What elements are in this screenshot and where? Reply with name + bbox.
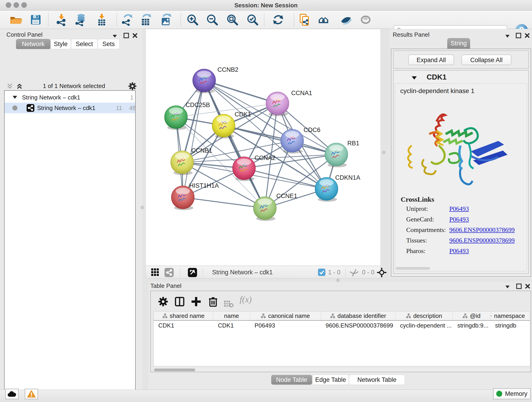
panel-menu-icon[interactable] — [504, 283, 511, 290]
delete-column-icon[interactable] — [208, 295, 219, 308]
first-neighbors-icon[interactable]: ⌂⌂ — [318, 13, 334, 26]
column-header-description[interactable]: description — [395, 312, 453, 320]
equation-fx-icon[interactable]: f(x) — [240, 294, 252, 307]
crosslink-label: Uniprot: — [406, 205, 428, 212]
network-edge[interactable] — [183, 80, 204, 197]
zoom-fit-icon[interactable] — [226, 13, 239, 26]
column-type-icon — [406, 313, 411, 318]
network-node-HIST1H1A[interactable]: HIST1H1A — [171, 182, 219, 210]
column-header-canonical-name[interactable]: canonical name — [250, 312, 321, 320]
network-label: String Network – cdk1 — [37, 104, 95, 112]
open-session-icon[interactable] — [9, 13, 22, 26]
column-header-database-identifier[interactable]: database identifier — [321, 312, 395, 320]
show-all-icon[interactable] — [359, 13, 372, 26]
expand-all-button[interactable]: Expand All — [408, 55, 454, 65]
section-expander-icon[interactable] — [411, 75, 418, 81]
warning-button[interactable] — [25, 389, 38, 399]
tree-expander-icon[interactable] — [12, 95, 18, 100]
table-gear-icon[interactable] — [158, 295, 169, 308]
add-column-icon[interactable] — [191, 295, 202, 308]
crosslink-pharos-link[interactable]: P06493 — [449, 247, 469, 255]
network-canvas[interactable]: CCNB2CCNA1CDC25BCDK1CDC6RB1CCNB1CCNA2CDK… — [146, 29, 381, 266]
zoom-in-icon[interactable] — [186, 13, 199, 26]
export-network-icon[interactable] — [120, 13, 133, 26]
crosslink-tissues-link[interactable]: 9606.ENSP00000378699 — [449, 237, 515, 244]
import-database-icon[interactable] — [74, 13, 87, 26]
network-node-CDKN1A[interactable]: CDKN1A — [315, 174, 360, 202]
tab-network[interactable]: Network — [16, 39, 51, 49]
clipboard-network-icon[interactable] — [298, 13, 311, 26]
crosslink-label: Compartments: — [406, 226, 446, 234]
column-header-namespace[interactable]: namespace — [491, 312, 525, 320]
tab-string[interactable]: String — [447, 38, 470, 49]
network-node-CDK1[interactable]: CDK1 — [212, 111, 251, 138]
tab-node-table[interactable]: Node Table — [271, 375, 312, 385]
crosslink-compartments-link[interactable]: 9606.ENSP00000378699 — [449, 226, 515, 234]
selected-checkbox-icon[interactable] — [318, 269, 325, 276]
string-network-graph[interactable]: CCNB2CCNA1CDC25BCDK1CDC6RB1CCNB1CCNA2CDK… — [146, 29, 381, 266]
import-table-icon[interactable] — [95, 13, 108, 26]
panel-close-icon[interactable] — [132, 32, 138, 39]
network-node-CDC6[interactable]: CDC6 — [281, 127, 321, 153]
zoom-selected-icon[interactable] — [246, 13, 259, 26]
collection-label: String Network – cdk1 — [22, 94, 80, 101]
panel-float-icon[interactable] — [515, 32, 522, 39]
zoom-out-icon[interactable] — [206, 13, 219, 26]
birds-eye-view-icon[interactable] — [151, 268, 159, 277]
collapse-all-button[interactable]: Collapse All — [462, 55, 511, 65]
save-session-icon[interactable] — [29, 13, 42, 26]
panel-float-icon[interactable] — [123, 32, 130, 39]
tab-edge-table[interactable]: Edge Table — [312, 375, 349, 385]
network-edge[interactable] — [183, 197, 265, 208]
open-in-window-icon[interactable] — [188, 268, 197, 277]
network-view-toolbar: String Network – cdk1 1 - 0 0 - 0 — [146, 266, 381, 279]
import-network-icon[interactable] — [55, 13, 68, 26]
panel-menu-icon[interactable] — [111, 32, 118, 39]
network-collection-row[interactable]: String Network – cdk1 1 — [5, 92, 135, 103]
cloud-button[interactable] — [5, 389, 19, 399]
selected-counts: 1 - 0 — [328, 269, 341, 276]
export-table-icon[interactable] — [139, 13, 152, 26]
cell-database-identifier: 9606.ENSP00000378699 — [321, 321, 395, 331]
gear-icon[interactable] — [128, 82, 137, 91]
network-node-CCNE1[interactable]: CCNE1 — [253, 192, 298, 221]
network-node-RB1[interactable]: RB1 — [325, 140, 360, 167]
memory-button[interactable]: Memory — [493, 388, 531, 399]
fit-selected-crosshair-icon[interactable] — [377, 268, 387, 278]
bottom-splitter-handle[interactable] — [336, 279, 340, 282]
column-header-id[interactable]: @id — [453, 312, 491, 320]
right-splitter-handle[interactable] — [382, 151, 385, 154]
delete-table-icon[interactable] — [224, 298, 234, 310]
cell-description: cyclin-dependent ... — [395, 321, 453, 331]
toolbar-separator — [294, 13, 294, 26]
tab-network-table[interactable]: Network Table — [349, 375, 405, 385]
expand-all-chevron-icon[interactable] — [16, 83, 23, 90]
table-hscrollbar[interactable] — [153, 368, 530, 372]
crosslink-genecard-link[interactable]: P06493 — [449, 216, 469, 223]
column-header-name[interactable]: name — [213, 312, 250, 320]
left-splitter-handle[interactable] — [141, 206, 144, 209]
node-count: 11 — [116, 104, 122, 112]
hide-selected-icon[interactable] — [340, 13, 352, 26]
tab-style[interactable]: Style — [51, 39, 71, 49]
table-hscrollbar-thumb[interactable] — [154, 369, 195, 371]
network-node-CCNA1[interactable]: CCNA1 — [266, 89, 312, 116]
tab-sets[interactable]: Sets — [98, 39, 120, 49]
network-row-selected[interactable]: String Network – cdk1 11 48 — [5, 103, 135, 113]
panel-float-icon[interactable] — [515, 283, 522, 290]
panel-menu-icon[interactable] — [504, 32, 511, 39]
apply-layout-icon[interactable] — [272, 13, 285, 26]
gene-section: CDK1 cyclin-dependent kinase 1 — [393, 70, 529, 274]
panel-close-icon[interactable] — [524, 32, 531, 39]
hidden-eye-icon[interactable] — [349, 269, 359, 277]
export-image-icon[interactable] — [159, 13, 172, 26]
column-header-shared-name[interactable]: shared name — [154, 312, 213, 320]
panel-close-icon[interactable] — [524, 283, 531, 290]
collapse-all-chevron-icon[interactable] — [6, 83, 14, 90]
crosslink-uniprot-link[interactable]: P06493 — [449, 205, 469, 212]
tab-select[interactable]: Select — [71, 39, 98, 49]
results-hscrollbar[interactable] — [396, 267, 430, 270]
show-columns-icon[interactable] — [174, 295, 185, 308]
network-share-icon[interactable] — [165, 268, 174, 277]
table-row[interactable]: CDK1 CDK1 P06493 9606.ENSP00000378699 cy… — [154, 321, 530, 331]
